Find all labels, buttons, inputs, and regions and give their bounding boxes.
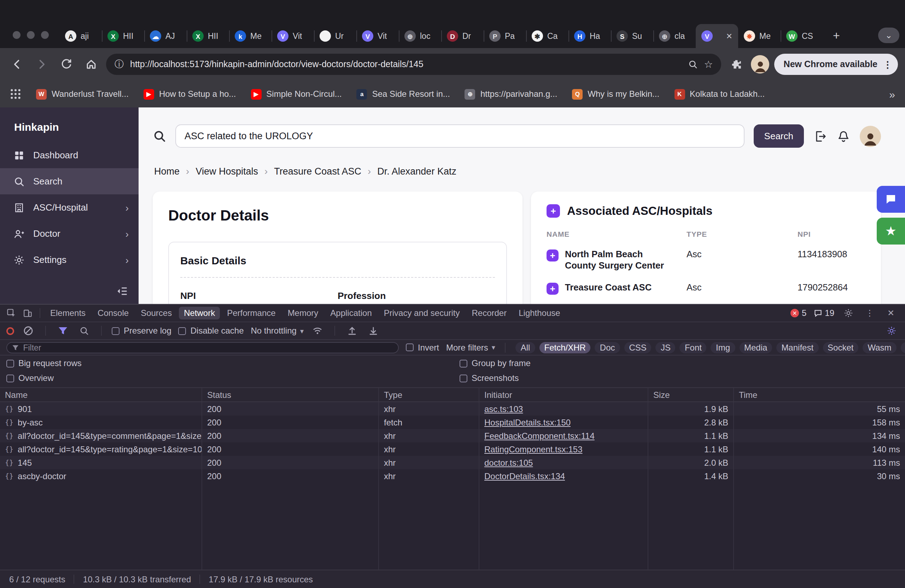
- address-bar[interactable]: ⓘ http://localhost:5173/hinkapin-admin/d…: [106, 54, 721, 75]
- browser-tab[interactable]: ☁ AJ ✕: [144, 24, 187, 48]
- throttling-select[interactable]: No throttling▾: [251, 326, 304, 336]
- request-type-chip[interactable]: JS: [656, 342, 676, 353]
- browser-tab[interactable]: V Vit ✕: [356, 24, 399, 48]
- column-header-initiator[interactable]: Initiator: [479, 388, 648, 401]
- request-type-chip[interactable]: All: [516, 342, 535, 353]
- message-count-badge[interactable]: 19: [813, 308, 834, 318]
- browser-profile-avatar[interactable]: [751, 55, 770, 73]
- bookmark-item[interactable]: Q Why is my Belkin...: [572, 89, 659, 99]
- site-info-icon[interactable]: ⓘ: [114, 58, 124, 71]
- bookmark-item[interactable]: W Wanderlust Travell...: [36, 89, 129, 99]
- browser-menu-icon[interactable]: ⋮: [883, 59, 892, 70]
- sidebar-item-settings[interactable]: Settings ›: [0, 247, 138, 273]
- extensions-icon[interactable]: [727, 54, 746, 74]
- network-table-header[interactable]: Name Status Type Initiator Size Time: [0, 388, 905, 402]
- bookmarks-overflow-icon[interactable]: »: [889, 88, 895, 100]
- devtools-settings-icon[interactable]: [841, 307, 856, 319]
- group-by-frame-checkbox[interactable]: Group by frame: [460, 358, 530, 368]
- sidebar-item-doctor[interactable]: Doctor ›: [0, 220, 138, 247]
- browser-tab[interactable]: ⊕ cla ✕: [653, 24, 696, 48]
- forward-button[interactable]: [32, 54, 52, 74]
- disable-cache-checkbox[interactable]: Disable cache: [178, 326, 244, 336]
- browser-tab[interactable]: W CS ✕: [781, 24, 823, 48]
- request-type-chip[interactable]: Fetch/XHR: [539, 342, 591, 353]
- browser-tab[interactable]: D Dr ✕: [441, 24, 484, 48]
- search-input[interactable]: [175, 124, 745, 148]
- chat-widget-button[interactable]: [877, 186, 905, 213]
- devtools-tab[interactable]: Network: [179, 307, 220, 319]
- sidebar-item-search[interactable]: Search: [0, 168, 138, 194]
- chrome-update-chip[interactable]: New Chrome available ⋮: [775, 54, 898, 75]
- url-text[interactable]: http://localhost:5173/hinkapin-admin/doc…: [130, 59, 681, 69]
- hospital-row[interactable]: + North Palm Beach County Surgery Center…: [546, 249, 865, 271]
- filter-input[interactable]: [23, 343, 393, 352]
- breadcrumb-item[interactable]: View Hospitals: [195, 166, 258, 176]
- window-close-button[interactable]: [13, 31, 21, 39]
- bookmark-item[interactable]: K Kolkata to Ladakh...: [674, 89, 765, 99]
- breadcrumb-item[interactable]: Treasure Coast ASC: [274, 166, 361, 176]
- devtools-close-icon[interactable]: ✕: [884, 307, 898, 319]
- import-har-icon[interactable]: [345, 324, 359, 337]
- more-filters-button[interactable]: More filters▾: [446, 342, 495, 352]
- browser-tab[interactable]: X HII ✕: [102, 24, 144, 48]
- initiator-link[interactable]: DoctorDetails.tsx:134: [484, 471, 565, 481]
- big-request-rows-checkbox[interactable]: Big request rows: [6, 358, 460, 368]
- search-in-page-icon[interactable]: [687, 59, 697, 69]
- devtools-tab[interactable]: Recorder: [467, 307, 512, 319]
- network-request-row[interactable]: {}all?doctor_id=145&type=rating&page=1&s…: [0, 442, 905, 456]
- screenshots-checkbox[interactable]: Screenshots: [460, 373, 530, 383]
- breadcrumb-item[interactable]: Home: [154, 166, 179, 176]
- network-conditions-icon[interactable]: [311, 324, 325, 337]
- initiator-link[interactable]: RatingComponent.tsx:153: [484, 444, 583, 454]
- new-tab-button[interactable]: +: [827, 27, 846, 45]
- column-header-status[interactable]: Status: [202, 388, 379, 401]
- bookmark-item[interactable]: ⊕ https://parivahan.g...: [465, 89, 557, 99]
- devtools-tab[interactable]: Elements: [45, 307, 90, 319]
- browser-tab[interactable]: k Me ✕: [229, 24, 272, 48]
- request-type-chip[interactable]: Manifest: [776, 342, 818, 353]
- browser-tab[interactable]: V ✕: [696, 24, 738, 48]
- devtools-tab[interactable]: Console: [93, 307, 133, 319]
- column-header-time[interactable]: Time: [734, 388, 905, 401]
- request-type-chip[interactable]: Doc: [595, 342, 620, 353]
- bookmark-star-icon[interactable]: ☆: [704, 59, 713, 70]
- bookmark-item[interactable]: a Sea Side Resort in...: [357, 89, 450, 99]
- request-type-chip[interactable]: CSS: [624, 342, 651, 353]
- devtools-tab[interactable]: Application: [325, 307, 376, 319]
- browser-tab[interactable]: A aji ✕: [59, 24, 102, 48]
- network-request-row[interactable]: {}901 200 xhr asc.ts:103 1.9 kB 55 ms: [0, 402, 905, 415]
- bell-icon[interactable]: [837, 129, 851, 143]
- window-minimize-button[interactable]: [27, 31, 35, 39]
- sidebar-item-dashboard[interactable]: Dashboard: [0, 142, 138, 168]
- network-filter-box[interactable]: [6, 342, 399, 353]
- clear-network-log-icon[interactable]: [21, 324, 35, 337]
- browser-tab[interactable]: H Ha ✕: [568, 24, 611, 48]
- request-type-chip[interactable]: Other: [901, 342, 905, 353]
- browser-tab[interactable]: ✱ Ca ✕: [526, 24, 568, 48]
- logout-icon[interactable]: [813, 129, 827, 143]
- browser-tab[interactable]: ⊕ loc ✕: [399, 24, 441, 48]
- devtools-tab[interactable]: Performance: [222, 307, 280, 319]
- column-header-size[interactable]: Size: [648, 388, 734, 401]
- invert-checkbox[interactable]: Invert: [406, 342, 439, 352]
- reviews-widget-button[interactable]: ★: [877, 218, 905, 244]
- browser-tab[interactable]: P Pa ✕: [484, 24, 526, 48]
- devtools-tab[interactable]: Lighthouse: [514, 307, 565, 319]
- browser-tab[interactable]: ✸ Me ✕: [738, 24, 781, 48]
- reload-button[interactable]: [57, 54, 76, 74]
- devtools-tab[interactable]: Memory: [283, 307, 324, 319]
- hospital-row[interactable]: + Treasure Coast ASC Asc 1790252864: [546, 282, 865, 295]
- device-toolbar-icon[interactable]: [21, 307, 35, 319]
- user-avatar[interactable]: [860, 125, 881, 147]
- network-settings-icon[interactable]: [884, 324, 899, 337]
- browser-tab[interactable]: X HII ✕: [187, 24, 229, 48]
- browser-tab[interactable]: S Su ✕: [611, 24, 653, 48]
- devtools-menu-icon[interactable]: ⋮: [862, 307, 877, 319]
- tab-close-icon[interactable]: ✕: [726, 32, 732, 41]
- initiator-link[interactable]: HospitalDetails.tsx:150: [484, 417, 571, 427]
- request-type-chip[interactable]: Media: [739, 342, 772, 353]
- sidebar-collapse-icon[interactable]: [116, 285, 129, 300]
- filter-icon[interactable]: [56, 324, 70, 337]
- column-header-type[interactable]: Type: [379, 388, 479, 401]
- sidebar-item-asc-hospital[interactable]: ASC/Hospital ›: [0, 194, 138, 220]
